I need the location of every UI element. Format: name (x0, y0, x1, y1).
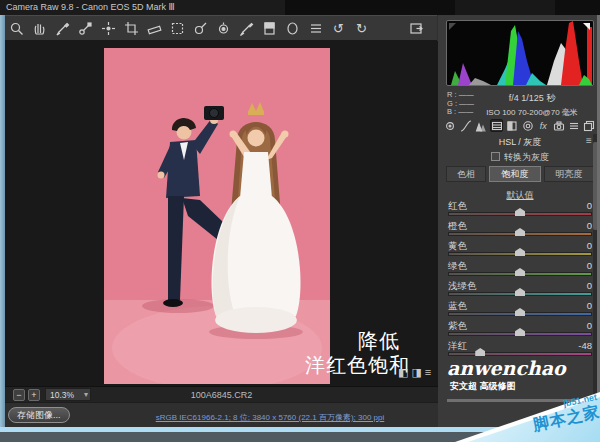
color-sampler-tool-icon[interactable] (77, 20, 94, 37)
white-balance-tool-icon[interactable] (54, 20, 71, 37)
tab-hue[interactable]: 色相 (446, 166, 486, 182)
before-after-right-icon[interactable]: ◨ (411, 366, 421, 379)
tab-luminance[interactable]: 明亮度 (544, 166, 594, 182)
slider-aqua: 浅绿色0 (448, 280, 594, 300)
grayscale-checkbox-row: 转换为灰度 (446, 151, 594, 164)
graduated-filter-tool-icon[interactable] (261, 20, 278, 37)
slider-value: 0 (587, 320, 592, 331)
slider-thumb[interactable] (515, 208, 525, 216)
slider-track[interactable] (448, 252, 592, 256)
title-bar: Camera Raw 9.8 - Canon EOS 5D Mark Ⅲ (0, 0, 600, 15)
tab-detail-icon[interactable] (475, 119, 488, 132)
watermark-cn-text: 安文超 高级修图 (450, 380, 516, 393)
spot-removal-tool-icon[interactable] (192, 20, 209, 37)
targeted-adjustment-tool-icon[interactable] (100, 20, 117, 37)
tab-basic-icon[interactable] (444, 119, 457, 132)
tab-presets-icon[interactable] (568, 119, 581, 132)
aperture-shutter-label: f/4 1/125 秒 (470, 92, 594, 105)
photo-canvas[interactable] (104, 48, 330, 384)
histogram (446, 20, 594, 86)
crop-tool-icon[interactable] (123, 20, 140, 37)
watermark-script-text: anwenchao (447, 357, 566, 379)
slider-orange: 橙色0 (448, 220, 594, 240)
slider-track[interactable] (448, 272, 592, 276)
slider-track[interactable] (448, 352, 592, 356)
slider-thumb[interactable] (515, 268, 525, 276)
zoom-tool-icon[interactable] (8, 20, 25, 37)
tutorial-overlay-line2: 洋红色饱和 (305, 352, 410, 379)
radial-filter-tool-icon[interactable] (284, 20, 301, 37)
slider-green: 绿色0 (448, 260, 594, 280)
slider-purple: 紫色0 (448, 320, 594, 340)
tab-split-toning-icon[interactable] (506, 119, 519, 132)
red-eye-tool-icon[interactable] (215, 20, 232, 37)
hand-tool-icon[interactable] (31, 20, 48, 37)
rotate-right-icon[interactable]: ↻ (353, 20, 370, 37)
shadow-clipping-indicator[interactable] (449, 23, 456, 30)
tab-hsl-grayscale-icon[interactable] (490, 119, 503, 132)
tab-snapshots-icon[interactable] (583, 119, 596, 132)
slider-track[interactable] (448, 312, 592, 316)
slider-thumb[interactable] (515, 248, 525, 256)
transform-tool-icon[interactable] (169, 20, 186, 37)
slider-value: 0 (587, 220, 592, 231)
slider-value: -48 (578, 340, 592, 351)
slider-yellow: 黄色0 (448, 240, 594, 260)
rotate-left-icon[interactable]: ↺ (330, 20, 347, 37)
slider-value: 0 (587, 260, 592, 271)
panel-tab-strip: fx (444, 118, 596, 133)
toggle-fullscreen-icon[interactable] (408, 20, 425, 37)
slider-track[interactable] (448, 332, 592, 336)
tutorial-overlay-line1: 降低 (330, 328, 400, 355)
before-after-left-icon[interactable]: ◧ (398, 366, 408, 379)
slider-value: 0 (587, 300, 592, 311)
preview-mode-toggles: ◧ ◨ ≡ (398, 366, 431, 379)
slider-value: 0 (587, 240, 592, 251)
slider-thumb[interactable] (515, 328, 525, 336)
save-image-button[interactable]: 存储图像... (8, 407, 70, 423)
toolbar: ↺ ↻ (0, 15, 437, 41)
workflow-options-link[interactable]: sRGB IEC61966-2.1; 8 位; 3840 x 5760 (22.… (110, 412, 430, 423)
panel-menu-icon[interactable]: ≡ (586, 135, 592, 146)
background-window-block (455, 0, 555, 15)
tab-camera-calibration-icon[interactable] (552, 119, 565, 132)
grayscale-checkbox-label: 转换为灰度 (504, 152, 549, 162)
tab-effects-icon[interactable]: fx (537, 119, 550, 132)
grayscale-checkbox[interactable] (491, 152, 500, 161)
tab-tone-curve-icon[interactable] (459, 119, 472, 132)
slider-value: 0 (587, 200, 592, 211)
window-edge-left (0, 15, 5, 427)
slider-blue: 蓝色0 (448, 300, 594, 320)
tab-saturation[interactable]: 饱和度 (489, 166, 541, 182)
slider-track[interactable] (448, 292, 592, 296)
preview-menu-icon[interactable]: ≡ (425, 366, 431, 379)
histogram-plot (447, 21, 593, 85)
wedding-photo (104, 48, 330, 384)
adjustment-brush-tool-icon[interactable] (238, 20, 255, 37)
presets-menu-icon[interactable] (307, 20, 324, 37)
exif-info: f/4 1/125 秒 ISO 100 70-200@70 毫米 (470, 92, 594, 118)
slider-track[interactable] (448, 212, 592, 216)
filename-label: 100A6845.CR2 (5, 390, 438, 400)
panel-header: HSL / 灰度 (446, 136, 594, 149)
iso-lens-label: ISO 100 70-200@70 毫米 (470, 107, 594, 118)
background-window-block (285, 0, 455, 15)
status-row: − + 10.3%▾ 100A6845.CR2 (5, 386, 438, 402)
background-window-block (555, 0, 600, 15)
slider-thumb[interactable] (515, 308, 525, 316)
slider-track[interactable] (448, 232, 592, 236)
window-title: Camera Raw 9.8 - Canon EOS 5D Mark Ⅲ (6, 2, 175, 12)
slider-thumb[interactable] (475, 348, 485, 356)
slider-value: 0 (587, 280, 592, 291)
camera-raw-window: Camera Raw 9.8 - Canon EOS 5D Mark Ⅲ ↺ ↻ (0, 0, 600, 442)
highlight-clipping-indicator[interactable] (583, 23, 590, 30)
slider-thumb[interactable] (515, 288, 525, 296)
panel-watermark: anwenchao 安文超 高级修图 (447, 357, 595, 402)
slider-red: 红色0 (448, 200, 594, 220)
straighten-tool-icon[interactable] (146, 20, 163, 37)
slider-thumb[interactable] (515, 228, 525, 236)
tab-lens-corrections-icon[interactable] (521, 119, 534, 132)
